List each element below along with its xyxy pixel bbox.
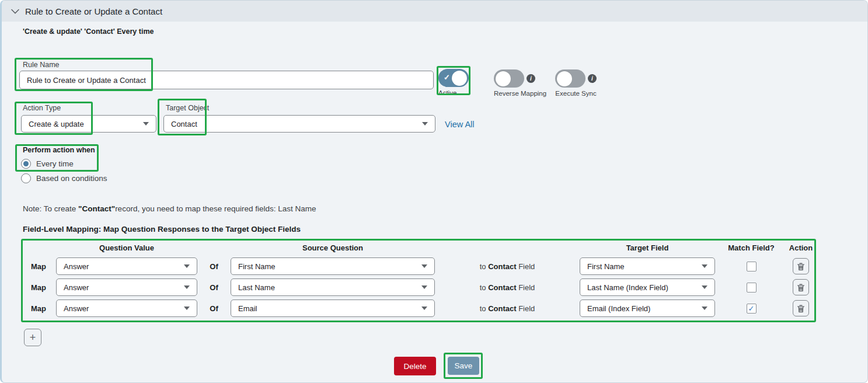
map-label: Map — [31, 262, 46, 271]
match-field-checkbox[interactable] — [747, 304, 757, 314]
column-header-target-field: Target Field — [580, 243, 715, 252]
reverse-mapping-toggle[interactable]: ✓ — [494, 69, 524, 88]
target-field-select[interactable]: Last Name (Index Field) — [580, 278, 715, 296]
mapping-row: Map Answer Of Email to Contact Field Ema… — [21, 300, 816, 317]
active-toggle[interactable]: ✓ — [438, 69, 469, 87]
target-field-select[interactable]: First Name — [580, 257, 715, 275]
radio-based-on-conditions[interactable] — [21, 173, 31, 183]
active-toggle-label: Active — [438, 89, 469, 96]
delete-row-button[interactable] — [793, 258, 809, 274]
dropdown-caret-icon — [702, 307, 707, 310]
column-header-action: Action — [787, 243, 814, 252]
source-question-select[interactable]: Email — [231, 300, 435, 317]
delete-rule-button[interactable]: Delete — [394, 357, 436, 375]
toggle-knob — [496, 71, 511, 86]
question-value-select[interactable]: Answer — [56, 278, 197, 296]
mapping-row: Map Answer Of First Name to Contact Fiel… — [21, 257, 816, 275]
target-object-label: Target Object — [166, 104, 209, 112]
action-type-label: Action Type — [23, 104, 61, 112]
of-label: Of — [210, 304, 218, 313]
radio-based-on-conditions-label: Based on conditions — [36, 174, 107, 183]
map-label: Map — [31, 283, 46, 292]
rule-editor-panel: Rule to Create or Update a Contact 'Crea… — [0, 0, 868, 383]
dropdown-caret-icon — [422, 122, 428, 126]
delete-row-button[interactable] — [793, 300, 809, 316]
info-icon[interactable]: i — [588, 74, 597, 83]
source-question-select[interactable]: Last Name — [231, 278, 435, 296]
add-mapping-row-button[interactable]: + — [24, 329, 41, 346]
to-object-field-label: to Contact Field — [480, 283, 535, 292]
dropdown-caret-icon — [184, 307, 190, 310]
dropdown-caret-icon — [421, 307, 427, 310]
target-field-select[interactable]: Email (Index Field) — [580, 300, 715, 317]
match-field-checkbox[interactable] — [747, 283, 757, 293]
execute-sync-toggle-label: Execute Sync — [555, 90, 597, 97]
map-label: Map — [31, 304, 46, 313]
reverse-mapping-toggle-group: ✓ i Reverse Mapping — [494, 69, 546, 97]
to-object-field-label: to Contact Field — [480, 304, 535, 313]
trash-icon — [797, 283, 805, 292]
column-header-source-question: Source Question — [231, 243, 435, 252]
mapping-row: Map Answer Of Last Name to Contact Field… — [21, 278, 816, 296]
mapping-table-header: Question Value Source Question Target Fi… — [21, 241, 816, 254]
trash-icon — [797, 262, 805, 271]
active-toggle-group: ✓ Active — [438, 69, 469, 96]
dropdown-caret-icon — [421, 264, 427, 268]
execute-sync-toggle[interactable]: ✓ — [555, 69, 585, 88]
required-fields-note: Note: To create "Contact"record, you nee… — [23, 204, 316, 213]
dropdown-caret-icon — [702, 264, 707, 268]
source-question-select[interactable]: First Name — [231, 257, 435, 275]
field-mapping-table: Question Value Source Question Target Fi… — [21, 241, 816, 317]
column-header-question-value: Question Value — [56, 243, 197, 252]
dropdown-caret-icon — [143, 122, 149, 126]
action-type-value: Create & update — [29, 120, 84, 128]
info-icon[interactable]: i — [527, 74, 535, 83]
question-value-select[interactable]: Answer — [56, 257, 197, 275]
radio-every-time-label: Every time — [36, 159, 74, 168]
chevron-down-icon[interactable] — [11, 6, 19, 16]
dropdown-caret-icon — [421, 285, 427, 289]
column-header-match-field: Match Field? — [715, 243, 787, 252]
check-icon: ✓ — [444, 73, 450, 82]
question-value-select[interactable]: Answer — [56, 300, 197, 317]
dropdown-caret-icon — [702, 285, 707, 289]
toggle-knob — [452, 71, 467, 86]
perform-action-label: Perform action when — [23, 146, 95, 154]
panel-title: Rule to Create or Update a Contact — [25, 6, 162, 16]
target-object-select[interactable]: Contact — [163, 115, 435, 133]
save-rule-button[interactable]: Save — [448, 357, 479, 375]
dropdown-caret-icon — [184, 264, 190, 268]
radio-every-time[interactable] — [21, 159, 31, 169]
of-label: Of — [210, 283, 218, 292]
rule-summary-text: 'Create & update' 'Contact' Every time — [23, 27, 154, 36]
reverse-mapping-toggle-label: Reverse Mapping — [494, 90, 546, 97]
action-type-select[interactable]: Create & update — [21, 115, 156, 133]
rule-name-input[interactable] — [19, 71, 434, 89]
trash-icon — [797, 304, 805, 313]
to-object-field-label: to Contact Field — [480, 262, 535, 271]
panel-header[interactable]: Rule to Create or Update a Contact — [2, 1, 867, 22]
view-all-link[interactable]: View All — [445, 120, 475, 129]
field-level-mapping-heading: Field-Level Mapping: Map Question Respon… — [23, 225, 301, 234]
of-label: Of — [210, 262, 218, 271]
delete-row-button[interactable] — [793, 279, 809, 295]
dropdown-caret-icon — [184, 285, 190, 289]
match-field-checkbox[interactable] — [747, 262, 757, 271]
execute-sync-toggle-group: ✓ i Execute Sync — [555, 69, 597, 97]
toggle-knob — [557, 71, 572, 86]
target-object-value: Contact — [171, 120, 197, 128]
rule-name-label: Rule Name — [23, 61, 60, 69]
